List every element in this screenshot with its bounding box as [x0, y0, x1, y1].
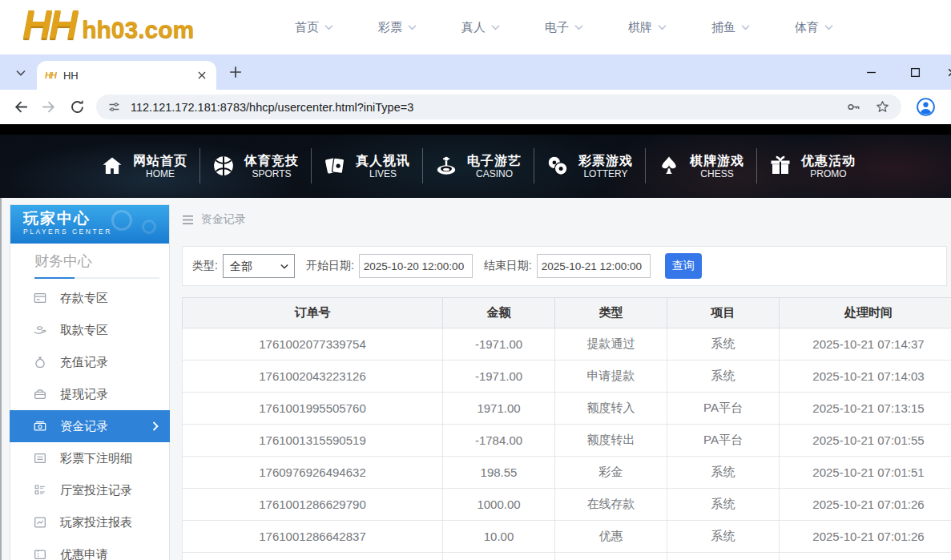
search-button[interactable]: 查询	[665, 253, 702, 279]
game-nav-label-en: LOTTERY	[583, 168, 627, 179]
type-select[interactable]: 全部	[224, 255, 294, 277]
logo-domain-text: hh03.com	[82, 11, 194, 48]
sidebar-menu-item[interactable]: 提现记录	[10, 378, 169, 410]
game-nav-label-zh: 真人视讯	[356, 153, 410, 168]
password-key-icon[interactable]	[846, 99, 861, 115]
table-cell	[780, 553, 951, 560]
url-text[interactable]: 112.121.172.181:8783/hhcp/usercenter.htm…	[131, 101, 413, 114]
chevron-down-icon	[741, 24, 750, 30]
browser-tab[interactable]: HH HH	[37, 61, 216, 90]
table-header-cell: 项目	[667, 298, 780, 328]
sidebar-item-label: 优惠申请	[60, 547, 108, 560]
top-nav-label: 彩票	[378, 20, 402, 35]
game-nav-label-zh: 彩票游戏	[578, 153, 633, 168]
table-cell: 1971.00	[443, 393, 555, 425]
table-cell: 优惠	[555, 521, 667, 553]
table-cell: 1761001286642837	[183, 521, 443, 553]
game-nav-item[interactable]: 真人视讯 LIVES	[311, 153, 422, 180]
promo-apply-icon	[33, 547, 47, 560]
site-settings-icon[interactable]	[107, 100, 121, 114]
sidebar-menu-item[interactable]: 存款专区	[10, 282, 169, 314]
sidebar-item-label: 提现记录	[60, 387, 108, 402]
game-nav-label-en: LIVES	[369, 168, 397, 179]
close-icon	[947, 67, 951, 78]
spade-icon	[657, 154, 681, 178]
table-cell: 系统	[667, 328, 780, 361]
sidebar-header: 玩家中心 PLAYERS CENTER	[10, 205, 169, 244]
game-nav-item[interactable]: 体育竞技 SPORTS	[199, 153, 311, 180]
tab-favicon: HH	[45, 71, 56, 80]
game-nav-item[interactable]: 优惠活动 PROMO	[756, 153, 868, 180]
tab-close-icon[interactable]	[195, 69, 208, 82]
reload-button[interactable]	[69, 99, 86, 115]
address-box[interactable]: 112.121.172.181:8783/hhcp/usercenter.htm…	[96, 95, 901, 119]
game-nav-item[interactable]: 网站首页 HOME	[88, 153, 199, 180]
top-nav-item[interactable]: 电子	[522, 20, 606, 35]
table-cell: 在线存款	[555, 489, 667, 521]
table-header-row: 订单号金额类型项目处理时间	[183, 298, 951, 328]
bookmark-star-icon[interactable]	[875, 99, 890, 115]
new-tab-button[interactable]	[229, 66, 242, 79]
top-nav-label: 电子	[545, 20, 569, 35]
table-row	[183, 553, 951, 560]
sidebar-item-label: 厅室投注记录	[60, 483, 132, 498]
game-nav-item[interactable]: 电子游艺 CASINO	[422, 153, 534, 180]
hamburger-icon[interactable]	[182, 215, 194, 225]
top-nav-label: 真人	[461, 20, 486, 35]
chevron-right-icon	[152, 421, 159, 431]
deposit-icon	[33, 291, 47, 305]
start-date-input[interactable]	[359, 254, 473, 278]
table-cell: PA平台	[667, 393, 780, 425]
table-cell: 彩金	[555, 457, 667, 489]
hall-bets-icon	[33, 483, 47, 498]
game-nav-label-zh: 网站首页	[133, 153, 187, 168]
chevron-down-icon	[324, 24, 333, 30]
chevron-down-icon	[574, 24, 583, 30]
game-nav-label-zh: 优惠活动	[801, 153, 856, 168]
sidebar-menu-item[interactable]: 厅室投注记录	[10, 474, 169, 506]
bet-report-icon	[33, 515, 47, 530]
table-cell: 1761001995505760	[183, 393, 443, 425]
table-cell: 系统	[667, 489, 780, 521]
tab-search-button[interactable]	[11, 63, 30, 83]
sidebar-menu-item[interactable]: 取款专区	[10, 314, 169, 346]
table-cell: 系统	[667, 457, 780, 489]
browser-tab-bar: HH HH	[0, 54, 951, 90]
table-cell: PA平台	[667, 425, 780, 457]
top-nav-item[interactable]: 真人	[439, 20, 522, 35]
forward-button[interactable]	[40, 99, 57, 115]
chevron-down-icon	[16, 68, 26, 78]
sidebar-item-label: 玩家投注报表	[60, 515, 132, 530]
end-date-input[interactable]	[537, 254, 651, 278]
back-button[interactable]	[13, 99, 30, 115]
table-cell: 提款通过	[555, 328, 667, 361]
sidebar-menu-item[interactable]: 资金记录	[10, 410, 170, 442]
sidebar-menu-item[interactable]: 充值记录	[10, 346, 169, 378]
window-close-button[interactable]	[942, 64, 951, 80]
table-cell: 系统	[667, 361, 780, 393]
sidebar-item-label: 资金记录	[60, 419, 108, 434]
site-logo[interactable]: HH hh03.com	[22, 2, 194, 48]
sidebar-item-label: 充值记录	[60, 355, 108, 370]
sidebar-menu-item[interactable]: 玩家投注报表	[10, 506, 169, 538]
top-nav-item[interactable]: 首页	[272, 20, 356, 35]
top-nav-label: 棋牌	[628, 20, 652, 35]
top-nav-item[interactable]: 捕鱼	[689, 20, 772, 35]
sidebar-menu-item[interactable]: 彩票下注明细	[10, 442, 169, 474]
table-header-cell: 订单号	[183, 298, 443, 328]
top-nav-item[interactable]: 彩票	[356, 20, 439, 35]
sidebar-menu-item[interactable]: 优惠申请	[10, 538, 169, 560]
browser-profile-icon[interactable]	[916, 97, 936, 117]
top-nav-item[interactable]: 体育	[772, 20, 856, 35]
home-icon	[100, 154, 124, 178]
window-maximize-button[interactable]	[905, 64, 925, 80]
table-cell: 1761002043223126	[183, 361, 443, 393]
chevron-down-icon	[408, 24, 417, 30]
game-nav-item[interactable]: 棋牌游戏 CHESS	[645, 153, 756, 180]
window-minimize-button[interactable]	[861, 64, 880, 80]
game-nav-item[interactable]: 彩票游戏 LOTTERY	[534, 153, 645, 180]
table-cell: 10.00	[443, 521, 555, 553]
game-nav-label-en: HOME	[146, 168, 175, 179]
tab-title: HH	[63, 70, 79, 82]
top-nav-item[interactable]: 棋牌	[606, 20, 689, 35]
